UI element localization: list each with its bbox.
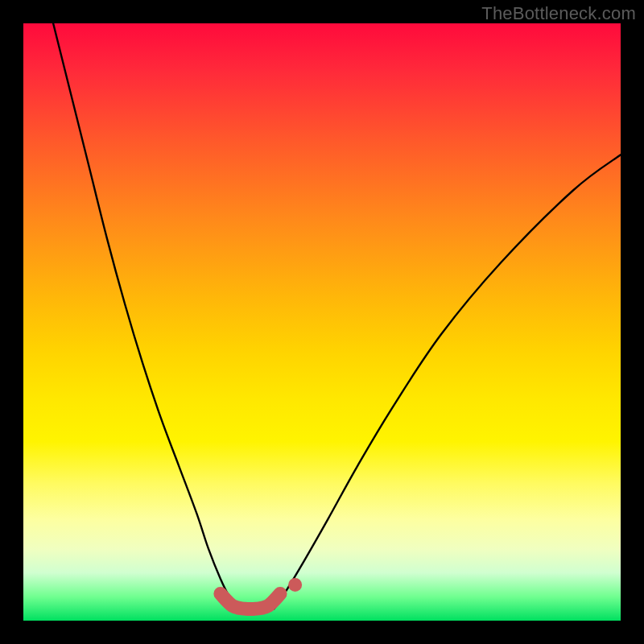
highlight-segment — [221, 594, 280, 609]
left-curve — [53, 23, 238, 609]
right-curve — [275, 155, 621, 609]
chart-svg — [23, 23, 621, 621]
chart-frame: TheBottleneck.com — [0, 0, 644, 644]
watermark-text: TheBottleneck.com — [481, 3, 636, 24]
plot-area — [23, 23, 621, 621]
marker-dot — [288, 578, 302, 592]
